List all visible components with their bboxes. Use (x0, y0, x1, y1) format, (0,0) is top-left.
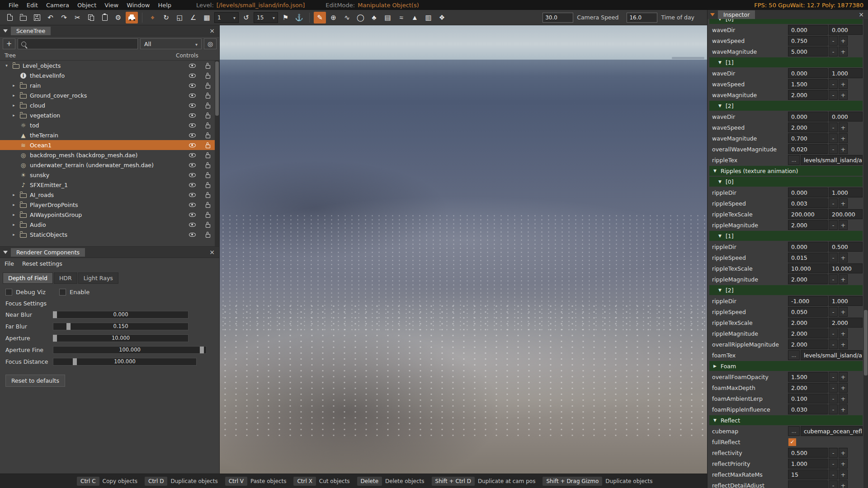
tree-row[interactable]: ▲ theTerrain (0, 130, 215, 140)
decrement-button[interactable] (829, 36, 838, 46)
increment-button[interactable] (839, 253, 848, 263)
lock-icon[interactable] (201, 232, 215, 238)
scenetree-scroll-thumb[interactable] (215, 61, 219, 116)
expander-icon[interactable]: ▾ (4, 63, 9, 68)
value-field[interactable]: 0.500 (829, 242, 863, 252)
expander-icon[interactable]: ▸ (11, 93, 17, 98)
checkbox-box[interactable] (788, 438, 796, 446)
renderer-menu-item[interactable]: Reset settings (22, 260, 62, 267)
value-field[interactable]: 1.500 (788, 372, 828, 382)
increment-button[interactable] (839, 90, 848, 100)
decrement-button[interactable] (829, 90, 838, 100)
expander-icon[interactable]: ▸ (11, 222, 17, 227)
inspector-scrollbar[interactable] (863, 19, 868, 488)
lock-icon[interactable] (201, 103, 215, 108)
decrement-button[interactable] (829, 307, 838, 317)
value-field[interactable]: 200.000 (829, 209, 863, 219)
value-field[interactable]: 1.000 (829, 296, 863, 306)
value-field[interactable]: 15 (788, 469, 828, 479)
tree-row[interactable]: ▸ AI_roads (0, 190, 215, 200)
close-icon[interactable] (208, 248, 216, 256)
value-field[interactable]: 2.000 (788, 328, 828, 338)
menu-item[interactable]: View (100, 2, 123, 9)
decrement-button[interactable] (829, 47, 838, 56)
road-tool-button[interactable]: ▥ (422, 12, 434, 23)
tree-row[interactable]: ☼ tod (0, 120, 215, 130)
menu-item[interactable]: Help (154, 2, 175, 9)
slider-track[interactable]: 0.000 (53, 311, 189, 319)
increment-button[interactable] (839, 469, 848, 479)
value-field[interactable]: 1.000 (829, 68, 863, 78)
visibility-eye-icon[interactable] (185, 113, 199, 117)
decrement-button[interactable] (829, 133, 838, 143)
drop-to-ground-button[interactable]: ⚑ (279, 12, 292, 23)
lock-icon[interactable] (201, 162, 215, 168)
value-field[interactable]: 0.000 (788, 188, 828, 197)
value-field[interactable]: 1.500 (788, 79, 828, 89)
increment-button[interactable] (839, 404, 848, 414)
value-field[interactable]: 0.000 (829, 25, 863, 35)
menu-item[interactable]: File (5, 2, 23, 9)
grid-size-select[interactable]: 1 (214, 12, 239, 23)
new-file-button[interactable] (4, 12, 16, 23)
value-field[interactable]: 5.000 (788, 47, 828, 56)
decrement-button[interactable] (829, 448, 838, 458)
close-icon[interactable] (208, 27, 216, 35)
browse-button[interactable] (788, 426, 800, 436)
tree-row[interactable]: ▾ Level_objects (0, 61, 215, 70)
value-field[interactable]: 0.000 (829, 112, 863, 122)
browse-button[interactable] (788, 155, 800, 165)
inspector-section-header[interactable]: ▼ [0] (709, 19, 863, 24)
inspector-section-header[interactable]: ▶ Foam (709, 361, 863, 371)
viewport-3d[interactable] (220, 25, 707, 474)
slider-handle[interactable] (200, 347, 204, 353)
search-box[interactable] (18, 38, 138, 49)
value-field[interactable]: 0.000 (788, 112, 828, 122)
value-field[interactable]: 0.015 (788, 253, 828, 263)
lock-icon[interactable] (201, 83, 215, 89)
camera-speed-input[interactable] (542, 13, 573, 23)
slider-track[interactable]: 100.000 (53, 358, 197, 366)
visibility-eye-icon[interactable] (185, 183, 199, 187)
checkbox-box[interactable] (59, 289, 66, 296)
decrement-button[interactable] (829, 339, 838, 349)
decrement-button[interactable] (829, 274, 838, 284)
value-field[interactable]: 0.030 (788, 404, 828, 414)
rotate-gizmo-button[interactable]: ↻ (160, 12, 172, 23)
slider-track[interactable]: 10.000 (53, 334, 189, 342)
renderer-tab[interactable]: Light Rays (78, 272, 118, 284)
decrement-button[interactable] (829, 79, 838, 89)
tree-row[interactable]: theLevelInfo (0, 70, 215, 80)
lock-icon[interactable] (201, 172, 215, 178)
tree-row[interactable]: ▸ rain (0, 80, 215, 90)
texture-path-field[interactable]: cubemap_ocean_reflec (801, 426, 863, 436)
decrement-button[interactable] (829, 394, 838, 404)
expander-icon[interactable]: ▸ (11, 103, 17, 108)
tree-row[interactable]: ☀ sunsky (0, 170, 215, 180)
locate-object-button[interactable] (204, 38, 217, 49)
increment-button[interactable] (839, 47, 848, 56)
inspector-section-header[interactable]: ▼ [0] (709, 177, 863, 187)
decrement-button[interactable] (829, 253, 838, 263)
paste-button[interactable] (99, 12, 111, 23)
increment-button[interactable] (839, 36, 848, 46)
tree-row[interactable]: ◎ backdrop_mesh (backdrop_mesh.dae) (0, 150, 215, 160)
increment-button[interactable] (839, 448, 848, 458)
decrement-button[interactable] (829, 220, 838, 230)
decrement-button[interactable] (829, 198, 838, 208)
browse-button[interactable] (788, 350, 800, 360)
renderer-tab[interactable]: Depth of Field (3, 272, 53, 284)
texture-path-field[interactable]: levels/small_island/a (801, 350, 863, 360)
anchor-button[interactable]: ⚓ (293, 12, 305, 23)
value-field[interactable]: 1.000 (829, 188, 863, 197)
inspector-section-header[interactable]: ▼ Ripples (texture animation) (709, 166, 863, 176)
visibility-eye-icon[interactable] (185, 173, 199, 177)
angle-snap-select[interactable]: 15 (254, 12, 278, 23)
expander-icon[interactable]: ▸ (11, 232, 17, 237)
decrement-button[interactable] (829, 328, 838, 338)
slider-track[interactable]: 100.000 (53, 346, 207, 354)
slider-track[interactable]: 0.150 (53, 323, 189, 330)
value-field[interactable]: 0.100 (788, 394, 828, 404)
tree-row[interactable]: ♪ SFXEmitter_1 (0, 180, 215, 190)
scale-gizmo-button[interactable]: ◱ (174, 12, 186, 23)
